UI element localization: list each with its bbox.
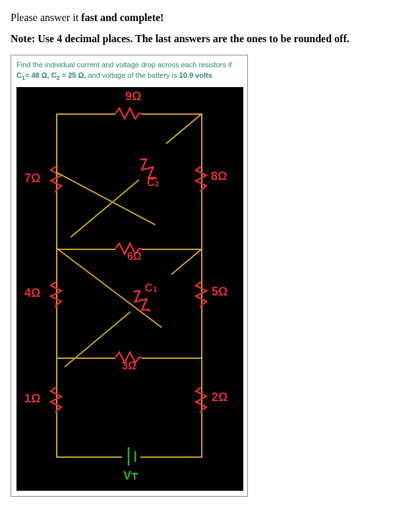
label-c1: C₁: [145, 282, 157, 294]
wire-diag-c2-upper: [165, 113, 202, 144]
wire-bottom-left: [56, 456, 122, 458]
instruction-1-bold: fast and complete!: [81, 12, 164, 23]
wire-diag-c1-upper: [171, 249, 202, 275]
wire-top-left: [56, 113, 115, 115]
label-9ohm: 9Ω: [125, 90, 141, 104]
instruction-1: Please answer it fast and complete!: [11, 11, 409, 25]
resistor-5ohm: [195, 282, 208, 308]
label-5ohm: 5Ω: [212, 285, 227, 299]
label-c2: C₂: [147, 176, 159, 189]
label-vt: Vᴛ: [123, 468, 138, 483]
wire-top-right: [142, 113, 202, 115]
label-2ohm: 2Ω: [212, 390, 227, 404]
instruction-1-pre: Please answer it: [11, 12, 81, 23]
label-7ohm: 7Ω: [24, 172, 40, 185]
wire-6ohm-right: [142, 249, 202, 250]
label-8ohm: 8Ω: [211, 170, 227, 183]
label-3ohm: 3Ω: [122, 360, 136, 372]
label-6ohm: 6Ω: [127, 251, 142, 263]
problem-statement: Find the individual current and voltage …: [16, 59, 242, 83]
wire-diag-c2-lower: [71, 179, 140, 237]
resistor-2ohm: [195, 387, 208, 414]
resistor-9ohm: [115, 107, 142, 120]
wire-6ohm-left: [56, 249, 115, 250]
resistor-8ohm: [195, 166, 208, 193]
label-4ohm: 4Ω: [24, 286, 40, 300]
resistor-7ohm: [49, 166, 63, 193]
wire-diag-upper-x: [56, 172, 156, 226]
resistor-4ohm: [49, 282, 63, 308]
problem-line1: Find the individual current and voltage …: [16, 61, 232, 69]
circuit-panel: Find the individual current and voltage …: [11, 55, 248, 497]
wire-3ohm-right: [142, 358, 202, 359]
circuit-diagram: 9Ω 7Ω 8Ω C₂ 6Ω 4Ω: [16, 87, 243, 491]
label-1ohm: 1Ω: [24, 392, 40, 406]
resistor-1ohm: [49, 387, 63, 414]
wire-bottom-right: [140, 456, 202, 458]
instruction-2: Note: Use 4 decimal places. The last ans…: [11, 32, 409, 46]
wire-3ohm-left: [56, 358, 115, 359]
